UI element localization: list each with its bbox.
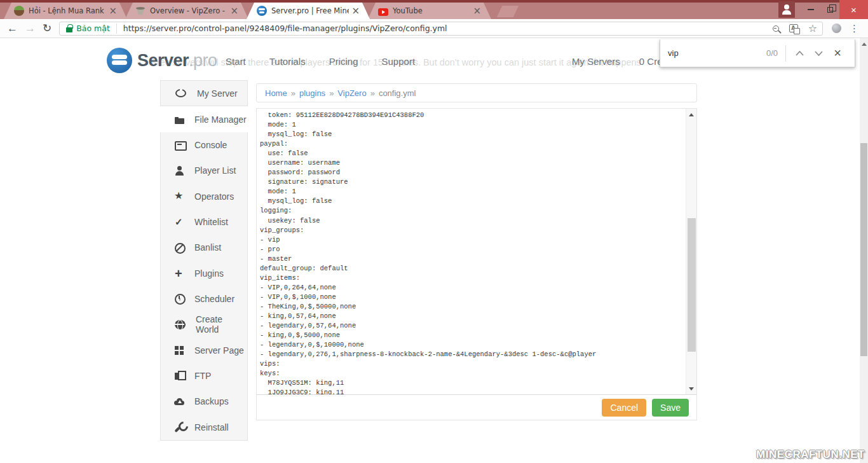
save-button[interactable]: Save xyxy=(652,399,689,417)
sidebar-item-label: Banlist xyxy=(194,242,221,252)
sidebar-item[interactable]: Plugins xyxy=(161,260,247,286)
breadcrumb-current: config.yml xyxy=(379,88,416,98)
site-watermark: MINECRAFTUN.NET xyxy=(756,448,865,461)
code-line: use: false xyxy=(260,149,684,158)
tab-close-icon[interactable]: × xyxy=(473,6,481,16)
nav-link[interactable]: Tutorials xyxy=(269,56,306,67)
scroll-up-icon[interactable] xyxy=(689,113,694,116)
editor-scrollbar[interactable] xyxy=(686,109,696,395)
grid-icon xyxy=(174,345,185,356)
find-bar-divider xyxy=(785,45,786,62)
console-icon xyxy=(174,139,185,150)
code-line: mysql_log: false xyxy=(260,197,684,206)
security-label: Bảo mật xyxy=(76,24,110,33)
grass-block-icon xyxy=(14,6,24,16)
sidebar-item[interactable]: Console xyxy=(161,132,247,158)
sidebar-item[interactable]: FTP xyxy=(161,363,247,389)
browser-tab[interactable]: YouTube × xyxy=(368,3,491,19)
code-line: - king,0,$,5000,none xyxy=(260,331,684,340)
refresh-icon[interactable]: ↻ xyxy=(43,23,51,34)
sidebar-item[interactable]: Player List xyxy=(161,158,247,183)
tab-close-icon[interactable]: × xyxy=(230,6,238,16)
browser-menu-icon[interactable]: ⋮ xyxy=(850,24,859,33)
editor-footer: Cancel Save xyxy=(257,395,696,420)
breadcrumb-link[interactable]: Home xyxy=(265,88,287,98)
sidebar-item[interactable]: Reinstall xyxy=(161,414,247,439)
editor-scrollbar-thumb[interactable] xyxy=(688,218,696,352)
serverpro-logo-icon xyxy=(107,48,132,73)
translate-icon[interactable] xyxy=(789,24,798,32)
browser-tab[interactable]: Overview - VipZero - Buk × xyxy=(125,3,248,19)
serverpro-logo[interactable]: Server.pro xyxy=(107,48,217,73)
tab-close-icon[interactable]: × xyxy=(109,6,117,16)
sidebar-item[interactable]: Scheduler xyxy=(161,286,247,312)
profile-icon[interactable] xyxy=(778,1,795,18)
code-line: usekey: false xyxy=(260,216,684,226)
back-icon[interactable]: ← xyxy=(7,23,18,34)
find-bar[interactable]: vip 0/0 × xyxy=(660,39,855,67)
code-line: - king,0,57,64,none xyxy=(260,312,684,321)
code-line: 1JO9JJG3C9: king,11 xyxy=(260,388,684,395)
breadcrumb-link[interactable]: VipZero xyxy=(337,88,366,98)
scroll-down-icon[interactable] xyxy=(689,387,694,390)
code-line: - master xyxy=(260,254,684,264)
extension-icon[interactable] xyxy=(832,24,841,33)
sidebar-item[interactable]: Backups xyxy=(161,389,247,414)
sidebar-item-label: My Server xyxy=(197,88,238,99)
logo-tld: .pro xyxy=(189,51,217,71)
browser-tab[interactable]: Hỏi - Lệnh Mua Rank | D × xyxy=(4,3,127,19)
page-scrollbar-thumb[interactable] xyxy=(860,143,867,356)
breadcrumb-separator: » xyxy=(329,88,334,98)
code-line: - VIP,0,$,1000,none xyxy=(260,293,684,302)
nav-link[interactable]: Pricing xyxy=(329,56,358,67)
nav-link[interactable]: Start xyxy=(226,56,246,67)
code-line: vips: xyxy=(260,359,684,369)
breadcrumb-separator: » xyxy=(370,88,375,98)
code-line: M78JYQS51M: king,11 xyxy=(260,378,684,388)
restore-button[interactable] xyxy=(820,0,839,19)
zoom-out-icon[interactable] xyxy=(773,25,779,32)
person-icon xyxy=(174,165,185,176)
sidebar-item[interactable]: Operators xyxy=(161,183,247,209)
folder-icon xyxy=(174,115,185,126)
main-nav: StartTutorialsPricingSupport xyxy=(226,56,415,67)
serverpro-globe-icon xyxy=(257,6,267,16)
scroll-up-icon[interactable] xyxy=(862,43,867,46)
window-controls: × xyxy=(778,0,868,19)
sidebar-item[interactable]: Server Page xyxy=(161,337,247,363)
url-text[interactable]: https://server.pro/control-panel/9248409… xyxy=(123,24,768,33)
sidebar-item-label: Whitelist xyxy=(194,217,228,227)
my-servers-link[interactable]: My Servers xyxy=(572,56,620,67)
sidebar-item[interactable]: Banlist xyxy=(161,235,247,260)
close-window-button[interactable]: × xyxy=(839,0,868,19)
globe-icon xyxy=(175,320,186,329)
tab-close-icon[interactable]: × xyxy=(351,6,360,16)
breadcrumb-link[interactable]: plugins xyxy=(299,88,325,98)
bookmark-star-icon[interactable]: ☆ xyxy=(808,24,817,34)
forward-icon[interactable]: → xyxy=(25,23,36,34)
minimize-button[interactable] xyxy=(801,0,820,19)
find-input[interactable]: vip xyxy=(668,48,766,58)
address-bar[interactable]: Bảo mật https://server.pro/control-panel… xyxy=(59,22,823,36)
sidebar-item[interactable]: Create World xyxy=(161,312,247,337)
config-yml-editor[interactable]: token: 95112EE828D94278BD394E91C4388F20 … xyxy=(257,109,696,395)
sidebar-item-label: Backups xyxy=(194,396,229,406)
nav-link[interactable]: Support xyxy=(382,56,416,67)
sidebar-item[interactable]: File Manager xyxy=(160,106,248,132)
tab-title: YouTube xyxy=(393,6,470,15)
find-previous-button[interactable] xyxy=(790,44,809,63)
code-line: - legendary,0,276,1,sharpness-8-knockbac… xyxy=(260,350,684,359)
find-close-button[interactable]: × xyxy=(828,44,847,63)
sidebar-item[interactable]: My Server xyxy=(161,81,247,106)
code-line: mysql_log: false xyxy=(260,130,684,139)
sidebar-item[interactable]: Whitelist xyxy=(161,209,247,235)
page-scrollbar[interactable] xyxy=(860,38,868,463)
tab-title: Overview - VipZero - Buk xyxy=(150,6,227,15)
code-line: - VIP,0,264,64,none xyxy=(260,283,684,293)
chevron-up-icon xyxy=(796,51,804,56)
wrench-icon xyxy=(174,422,185,432)
cancel-button[interactable]: Cancel xyxy=(602,399,646,417)
find-next-button[interactable] xyxy=(809,44,828,63)
cloud-icon xyxy=(174,396,185,407)
browser-tab[interactable]: Server.pro | Free Minecra × xyxy=(247,3,370,19)
